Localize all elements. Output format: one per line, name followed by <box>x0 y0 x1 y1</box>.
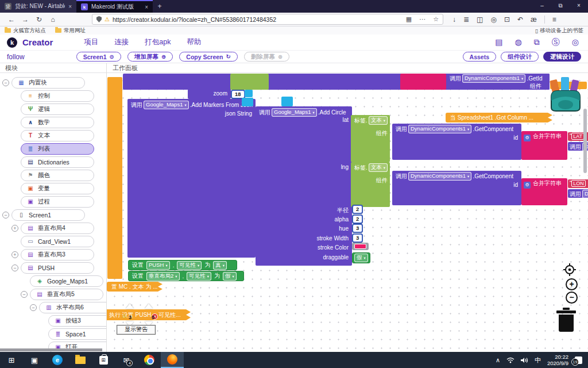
sidebar-icon[interactable]: ◫ <box>477 16 483 24</box>
collapse-icon[interactable]: − <box>30 304 37 311</box>
tree-item-vlayout3[interactable]: +▤垂直布局3 <box>0 248 106 261</box>
collapse-icon[interactable]: − <box>11 264 18 271</box>
menu-project[interactable]: 项目 <box>84 37 98 47</box>
remove-screen-button[interactable]: 删除屏幕 ⊗ <box>244 52 289 62</box>
screen-selector-button[interactable]: Screen1 ⊙ <box>76 52 121 62</box>
designer-button[interactable]: 组件设计 <box>501 52 539 62</box>
ime-indicator[interactable]: 中 <box>535 356 541 365</box>
getcomponent-block[interactable]: 调用DynamicComponents1.GetComponent id <box>392 124 521 160</box>
cyan-block-fragment[interactable] <box>245 90 253 97</box>
monetize-icon[interactable]: Ⓢ <box>552 37 560 48</box>
backpack-icon[interactable] <box>548 75 583 113</box>
text-dropdown[interactable]: 文本 <box>369 163 388 172</box>
tree-item-cardview1[interactable]: ▭Card_View1 <box>0 235 106 248</box>
undo-icon[interactable]: ↶ <box>517 16 523 24</box>
center-blocks-icon[interactable] <box>563 263 577 277</box>
text-dropdown[interactable]: 文本 <box>369 116 388 125</box>
text-string-block[interactable]: “LON <box>568 179 588 188</box>
community-icon[interactable]: ◍ <box>515 37 522 48</box>
close-window-button[interactable]: × <box>570 0 588 13</box>
copy-screen-button[interactable]: Copy Screen ↻ <box>179 52 238 62</box>
number-block[interactable]: 3 <box>352 224 363 233</box>
component-dropdown[interactable]: D <box>582 190 588 198</box>
number-block[interactable]: 2 <box>352 214 363 224</box>
color-block[interactable] <box>352 243 369 250</box>
tracking-shield-icon[interactable] <box>96 16 102 22</box>
page-actions-icon[interactable]: ⋯ <box>419 16 425 23</box>
set-push-visible-block[interactable]: 设置 PUSH . 可见性 为 真 <box>128 260 237 270</box>
url-text[interactable]: https://creator.kodular.io/?locale=zh_CN… <box>113 16 399 23</box>
tree-item-hlayout6[interactable]: −▥水平布局6 <box>0 301 106 314</box>
component-dropdown[interactable]: DynamicComponents1 <box>408 125 471 133</box>
export-project-icon[interactable]: ▤ <box>495 37 502 48</box>
collapse-icon[interactable]: − <box>21 291 28 298</box>
tree-item-screen1[interactable]: −▯Screen1 <box>0 208 106 221</box>
workspace-scrollbar[interactable] <box>583 109 587 173</box>
zoom-param-fragment[interactable]: zoom <box>188 89 231 99</box>
minimize-button[interactable]: – <box>533 0 551 13</box>
mail-button[interactable]: ✉4 <box>115 352 138 368</box>
tree-item-vlayout4[interactable]: +▤垂直布局4 <box>0 221 106 235</box>
tree-item-space1[interactable]: ≣Space1 <box>0 327 106 340</box>
url-bar[interactable]: ⚠ https://creator.kodular.io/?locale=zh_… <box>92 14 443 25</box>
kodular-logo[interactable]: k <box>7 37 17 48</box>
expand-icon[interactable]: + <box>11 251 18 258</box>
number-block[interactable]: 2 <box>352 205 363 214</box>
tree-item-push[interactable]: −▤PUSH <box>0 261 106 274</box>
cyan-block-fragment[interactable] <box>281 97 293 106</box>
component-dropdown[interactable]: 垂直布局2 <box>146 272 180 281</box>
tree-item-math[interactable]: ∧数学 <box>0 116 106 129</box>
boolean-dropdown[interactable]: 真 <box>213 261 227 270</box>
tree-item-procedures[interactable]: ▣过程 <box>0 195 106 208</box>
property-dropdown[interactable]: 可见性 <box>187 272 211 281</box>
label-text-block[interactable]: 标签.文本 组件 <box>351 162 390 207</box>
home-icon[interactable]: ⌂ <box>46 16 60 24</box>
exec-collapsed-block[interactable]: 执行 设置 PUSH✕可见性... <box>107 309 191 320</box>
tab-makeroid[interactable]: k Makeroid 测试版 × <box>76 0 153 13</box>
explorer-button[interactable] <box>69 352 92 368</box>
tree-item-list[interactable]: ≣列表 <box>0 142 106 155</box>
component-dropdown[interactable]: DynamicComponents1 <box>462 74 525 83</box>
forward-icon[interactable]: → <box>18 16 32 24</box>
boolean-dropdown[interactable]: 假 <box>354 254 368 262</box>
spreadsheet-event-collapsed[interactable]: 当 Spreadsheet1 .Got Column ... <box>446 113 552 122</box>
downloads-icon[interactable]: ↓ <box>452 16 456 24</box>
start-button[interactable]: ⊞ <box>0 352 23 368</box>
warning-icon[interactable]: ⚠ <box>122 313 127 319</box>
event-block-edge[interactable] <box>107 77 122 279</box>
network-icon[interactable] <box>506 357 514 363</box>
join-strings-block[interactable]: ⚙合并字符串 <box>521 178 567 205</box>
expand-up-arrow[interactable] <box>145 304 153 309</box>
account-icon[interactable]: ◎ <box>490 16 496 24</box>
collapse-icon[interactable]: − <box>2 79 9 86</box>
tree-item-dictionaries[interactable]: ▤Dictionaries <box>0 155 106 168</box>
chrome-button[interactable] <box>138 352 161 368</box>
expand-up-arrow[interactable] <box>126 304 134 309</box>
boolean-dropdown[interactable]: 假 <box>223 272 237 281</box>
new-tab-button[interactable]: + <box>153 0 167 13</box>
tree-item-text[interactable]: T文本 <box>0 129 106 142</box>
property-dropdown[interactable]: 可见性 <box>177 261 202 270</box>
tab-airtable[interactable]: 贷 贷款: NEW - Airtable × <box>0 0 76 13</box>
clock[interactable]: 20:222020/9/9 <box>547 354 568 366</box>
library-icon[interactable]: ≣ <box>463 16 469 24</box>
tree-item-vlayout5[interactable]: −▤垂直布局5 <box>0 288 106 301</box>
label-text-block[interactable]: 标签.文本 组件 <box>351 115 390 162</box>
component-dropdown[interactable]: Google_Maps1 <box>272 108 317 117</box>
tree-item-googlemaps1[interactable]: ◈Google_Maps1 <box>0 274 106 288</box>
bookmark-star-icon[interactable]: ☆ <box>433 16 439 23</box>
logic-false-block[interactable]: 假 <box>352 252 370 263</box>
blocks-workspace[interactable]: 调用DynamicComponents1.GetId 组件 ✕ zoom 18 … <box>107 73 588 352</box>
set-vlayout2-visible-block[interactable]: 设置 垂直布局2 . 可见性 为 假 <box>128 271 244 281</box>
sidebar-scrollbar[interactable] <box>0 348 102 351</box>
getcomponent-block[interactable]: 调用DynamicComponents1.GetComponent id <box>392 171 521 205</box>
zoom-out-icon[interactable]: − <box>566 292 578 304</box>
mobile-bookmarks[interactable]: ▯ 移动设备上的书签 <box>535 27 583 34</box>
join-block-top[interactable] <box>400 74 446 90</box>
join-strings-block[interactable]: ⚙合并字符串 <box>521 131 567 160</box>
gallery-icon[interactable]: ⧉ <box>534 37 540 48</box>
add-screen-button[interactable]: 增加屏幕 ⊕ <box>127 52 173 62</box>
expand-icon[interactable]: + <box>11 225 18 232</box>
profile-icon[interactable]: ◎ <box>572 37 579 48</box>
firefox-button[interactable] <box>161 352 184 368</box>
